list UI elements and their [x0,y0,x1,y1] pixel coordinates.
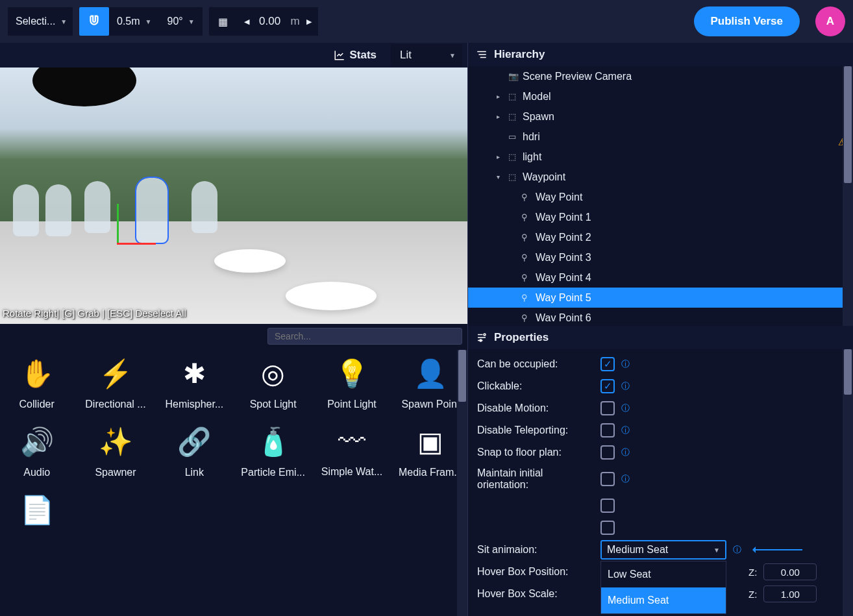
help-icon[interactable]: ⓘ [621,358,630,370]
user-avatar[interactable]: A [815,6,845,36]
hierarchy-item[interactable]: ▸ ⬚ Spawn [468,106,853,127]
properties-scrollbar[interactable] [843,349,853,616]
asset-item[interactable]: 〰 Simple Wat... [315,426,388,478]
property-checkbox[interactable] [600,499,615,513]
property-checkbox[interactable] [600,401,615,415]
snap-magnet-toggle[interactable] [79,7,109,36]
hierarchy-header: Hierarchy [468,43,853,66]
hierarchy-item[interactable]: ⚲ Way Point 5 [468,288,853,308]
avatar-figure [84,181,110,233]
asset-item[interactable]: 🔊 Audio [0,426,73,478]
spinner-value: 0.00 [256,15,284,28]
gizmo-x-axis[interactable] [117,243,156,245]
grid-icon: ▦ [218,16,228,28]
snap-angle-select[interactable]: 90° ▼ [159,7,202,36]
mode-select[interactable]: Selecti... ▼ [8,7,73,36]
sit-animation-option[interactable]: Low Seat [601,561,726,587]
expander-icon[interactable]: ▸ [497,93,504,100]
grid-spinner-group: ▦ ◀ 0.00 m ▶ [209,7,318,36]
stats-toggle[interactable]: Stats [325,44,386,66]
property-checkbox[interactable] [600,423,615,437]
property-checkbox[interactable] [600,445,615,460]
scrollbar-thumb[interactable] [844,349,852,395]
hover-position-z-input[interactable]: 0.00 [763,563,817,580]
hierarchy-item[interactable]: ⚲ Way Point 2 [468,227,853,247]
hierarchy-scrollbar[interactable] [843,66,853,326]
node-label: Way Point 2 [536,232,591,243]
node-label: Way Point 4 [536,272,591,284]
expander-icon[interactable]: ▾ [497,173,504,180]
grid-toggle[interactable]: ▦ [209,7,238,36]
expander-icon[interactable]: ▸ [497,153,504,160]
asset-label: Particle Emi... [241,467,305,478]
help-icon[interactable]: ⓘ [621,380,630,392]
left-column: Stats Lit ▼ Rotate Right| [G] Grab | [ES… [0,43,467,616]
hierarchy-item[interactable]: 📷 Scene Preview Camera [468,66,853,86]
property-checkbox[interactable]: ✓ [600,357,615,371]
node-label: Scene Preview Camera [523,71,632,82]
asset-label: Point Light [327,399,377,410]
asset-item[interactable]: ⚡ Directional ... [79,358,152,410]
spinner-increment[interactable]: ▶ [306,18,312,26]
node-type-icon: ⚲ [521,313,532,323]
scrollbar-thumb[interactable] [844,66,852,183]
scrollbar-thumb[interactable] [458,350,466,402]
hierarchy-item[interactable]: ⚲ Way Point 3 [468,247,853,267]
asset-icon: ◎ [261,358,285,389]
hierarchy-item[interactable]: ⚲ Way Point 4 [468,267,853,288]
magnet-icon [87,14,101,29]
help-icon[interactable]: ⓘ [621,402,630,414]
node-label: Waypoint [523,171,565,183]
asset-icon: 🧴 [256,426,290,458]
asset-item[interactable]: 🔗 Link [158,426,231,478]
asset-item[interactable]: 👤 Spawn Point [394,358,467,410]
asset-item[interactable]: ▣ Media Fram... [394,426,467,478]
chevron-down-icon: ▼ [188,18,195,25]
asset-label: Spawner [95,467,136,478]
asset-icon: 🔊 [20,426,54,458]
properties-header: Properties [468,326,853,349]
hierarchy-item[interactable]: ⚲ Wav Point 6 [468,308,853,326]
hierarchy-item[interactable]: ▸ ⬚ light [468,147,853,167]
hierarchy-item[interactable]: ▾ ⬚ Waypoint [468,167,853,187]
hover-scale-z-input[interactable]: 1.00 [763,585,817,602]
asset-icon: ⚡ [99,358,132,389]
asset-item[interactable]: 🧴 Particle Emi... [236,426,310,478]
help-icon[interactable]: ⓘ [621,473,630,485]
asset-item[interactable]: ✋ Collider [0,358,73,410]
gizmo-y-axis[interactable] [117,204,119,243]
snap-group: 0.5m ▼ 90° ▼ [79,7,203,36]
help-icon[interactable]: ⓘ [621,425,630,436]
node-label: Way Point 5 [536,292,591,304]
asset-search-input[interactable] [267,328,462,345]
asset-item[interactable]: ◎ Spot Light [236,358,310,410]
viewport-3d[interactable]: Rotate Right| [G] Grab | [ESC] Deselect … [0,68,467,324]
property-checkbox[interactable]: ✓ [600,379,615,393]
hierarchy-item[interactable]: ▸ ⬚ Model [468,86,853,106]
property-checkbox[interactable] [600,472,615,486]
asset-icon: 👤 [414,358,447,389]
asset-icon: ✱ [183,358,206,389]
node-label: light [523,151,541,163]
asset-item[interactable]: 📄 [0,494,73,535]
hierarchy-tree: ⚠ 📷 Scene Preview Camera▸ ⬚ Model▸ ⬚ Spa… [468,66,853,326]
asset-item[interactable]: 💡 Point Light [315,358,388,410]
asset-scrollbar[interactable] [457,350,467,616]
help-icon[interactable]: ⓘ [733,544,741,556]
publish-button[interactable]: Publish Verse [694,6,800,36]
hierarchy-item[interactable]: ⚲ Way Point 1 [468,207,853,227]
lighting-select[interactable]: Lit ▼ [391,44,462,66]
spinner-decrement[interactable]: ◀ [244,18,249,26]
asset-item[interactable]: ✱ Hemispher... [158,358,231,410]
asset-item[interactable]: ✨ Spawner [79,426,152,478]
hierarchy-item[interactable]: ▭ hdri [468,127,853,147]
expander-icon[interactable]: ▸ [497,113,504,120]
sit-animation-option[interactable]: Medium Seat [601,587,726,613]
viewport-toolbar: Stats Lit ▼ [0,43,467,68]
property-checkbox[interactable] [600,521,615,535]
chevron-down-icon: ▼ [449,52,456,59]
sit-animation-select[interactable]: Medium Seat ▼ Low SeatMedium Seat [600,540,726,560]
snap-distance-select[interactable]: 0.5m ▼ [109,7,159,36]
hierarchy-item[interactable]: ⚲ Way Point [468,187,853,207]
help-icon[interactable]: ⓘ [621,447,630,458]
